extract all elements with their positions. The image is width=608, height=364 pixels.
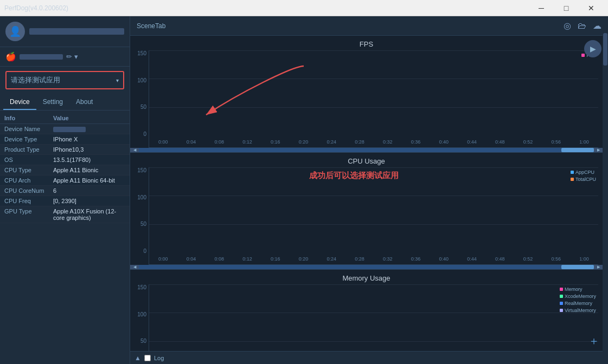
info-row-device-name: Device Name [0,124,130,134]
memory-legend-virtual-label: VirtualMemory [565,308,596,313]
username-placeholder [29,28,124,35]
bottom-bar: ▲ Log [130,351,608,364]
left-panel: 👤 🍎 ✏ ▾ 请选择测试应用 ▾ Device Setting About [0,16,130,364]
info-row-cpu-arch: CPU Arch Apple A11 Bionic 64-bit [0,176,130,186]
top-bar: SceneTab ◎ 🗁 ☁ [130,16,608,36]
avatar: 👤 [5,22,25,41]
info-key-cpu-type: CPU Type [4,167,53,173]
main-layout: 👤 🍎 ✏ ▾ 请选择测试应用 ▾ Device Setting About [0,16,608,364]
info-table-header: Info Value [0,113,130,124]
app-selector[interactable]: 请选择测试应用 ▾ [5,71,124,89]
info-key-device-name: Device Name [4,126,53,132]
memory-y-50: 50 [140,338,146,344]
location-icon[interactable]: ◎ [564,21,571,31]
cpu-chart-title: CPU Usage [130,153,603,167]
chevron-down-icon[interactable]: ▾ [74,53,78,61]
cpu-chart-section: CPU Usage 150 100 50 0 [130,153,603,270]
title-text: PerfDog(v4.0.200602) [4,4,68,12]
close-button[interactable]: ✕ [579,0,604,16]
device-row: 🍎 ✏ ▾ [0,47,130,67]
info-key-cpu-corenum: CPU CoreNum [4,187,53,194]
apple-icon: 🍎 [5,51,16,62]
fps-canvas: FPS 0:00 0:04 0:08 0:12 0:16 0:20 0:24 0… [149,50,598,148]
fps-y-150: 150 [137,50,146,56]
info-row-cpu-freq: CPU Freq [0, 2390] [0,196,130,206]
cpu-legend-totalcpu-label: TotalCPU [575,177,596,182]
memory-legend-virtual: VirtualMemory [560,308,596,313]
title-bar: PerfDog(v4.0.200602) ─ □ ✕ [0,0,608,16]
memory-legend-xcode-label: XcodeMemory [565,294,596,299]
info-key-gpu-type: GPU Type [4,208,53,214]
scene-tab-label: SceneTab [137,22,165,30]
cloud-icon[interactable]: ☁ [593,21,601,31]
right-scrollbar[interactable] [603,32,608,364]
info-val-device-type: IPhone X [53,136,125,142]
memory-legend-real-label: RealMemory [565,301,592,306]
cpu-y-0: 0 [143,248,146,254]
device-name-display [20,54,63,60]
log-checkbox[interactable] [144,355,151,361]
cpu-legend: AppCPU TotalCPU [571,170,596,182]
info-key-cpu-freq: CPU Freq [4,198,53,204]
info-val-product-type: IPhone10,3 [53,146,125,153]
fps-y-axis: 150 100 50 0 [132,50,149,148]
tab-setting[interactable]: Setting [36,95,69,110]
expand-button[interactable]: ▲ [135,354,141,362]
info-val-cpu-corenum: 6 [53,187,125,194]
tab-about[interactable]: About [69,95,99,110]
cpu-scrollbar-right[interactable]: ▶ [594,265,603,269]
info-row-gpu-type: GPU Type Apple A10X Fusion (12-core grap… [0,206,130,223]
cpu-y-50: 50 [140,221,146,227]
fps-chart-section: FPS 150 100 50 0 [130,36,603,153]
info-val-device-name [53,126,125,132]
cpu-scrollbar[interactable]: ◀ ▶ [130,265,603,269]
cpu-canvas: AppCPU TotalCPU 0:00 0:04 0:08 0:12 [149,167,598,265]
minimize-button[interactable]: ─ [529,0,554,16]
info-val-cpu-type: Apple A11 Bionic [53,167,125,173]
window-controls: ─ □ ✕ [529,0,604,16]
memory-legend: Memory XcodeMemory RealMemory [560,287,596,313]
cpu-y-150: 150 [137,167,146,173]
cpu-legend-appcpu: AppCPU [571,170,596,175]
fps-y-100: 100 [137,77,146,83]
app-selector-arrow: ▾ [116,77,119,83]
info-val-cpu-freq: [0, 2390] [53,198,125,204]
info-val-gpu-type: Apple A10X Fusion (12-core graphics) [53,208,125,221]
memory-legend-xcode: XcodeMemory [560,294,596,299]
memory-y-axis: 150 100 50 0 [132,284,149,351]
info-row-os: OS 13.5.1(17F80) [0,155,130,165]
edit-icon[interactable]: ✏ [66,53,72,61]
info-key-product-type: Product Type [4,146,53,153]
cpu-y-axis: 150 100 50 0 [132,167,149,265]
info-row-cpu-corenum: CPU CoreNum 6 [0,186,130,196]
info-row-device-type: Device Type IPhone X [0,134,130,145]
memory-legend-memory: Memory [560,287,596,292]
fps-scrollbar-left[interactable]: ◀ [130,148,139,152]
info-val-os: 13.5.1(17F80) [53,157,125,163]
fps-y-0: 0 [143,131,146,137]
device-tabs: Device Setting About [0,95,130,110]
memory-chart-body: 150 100 50 0 [130,284,603,351]
memory-legend-memory-label: Memory [565,287,583,292]
add-button[interactable]: ＋ [588,334,600,346]
charts-area[interactable]: FPS 150 100 50 0 [130,36,608,351]
folder-icon[interactable]: 🗁 [578,21,586,31]
cpu-chart-body: 150 100 50 0 [130,167,603,265]
memory-chart-title: Memory Usage [130,270,603,284]
info-col-key: Info [4,115,53,121]
info-key-device-type: Device Type [4,136,53,142]
cpu-grid [149,167,598,253]
log-label: Log [154,355,164,361]
vscroll-thumb[interactable] [603,33,607,66]
memory-legend-real: RealMemory [560,301,596,306]
maximize-button[interactable]: □ [554,0,579,16]
fps-chart-title: FPS [130,36,603,50]
info-row-product-type: Product Type IPhone10,3 [0,145,130,155]
right-panel: SceneTab ◎ 🗁 ☁ ▶ 成功后可以选择测试应用 ＋ [130,16,608,364]
memory-y-150: 150 [137,284,146,290]
play-button[interactable]: ▶ [584,40,601,57]
tab-device[interactable]: Device [3,95,36,110]
cpu-scrollbar-left[interactable]: ◀ [130,265,139,269]
fps-scrollbar-right[interactable]: ▶ [594,148,603,152]
fps-scrollbar[interactable]: ◀ ▶ [130,148,603,152]
